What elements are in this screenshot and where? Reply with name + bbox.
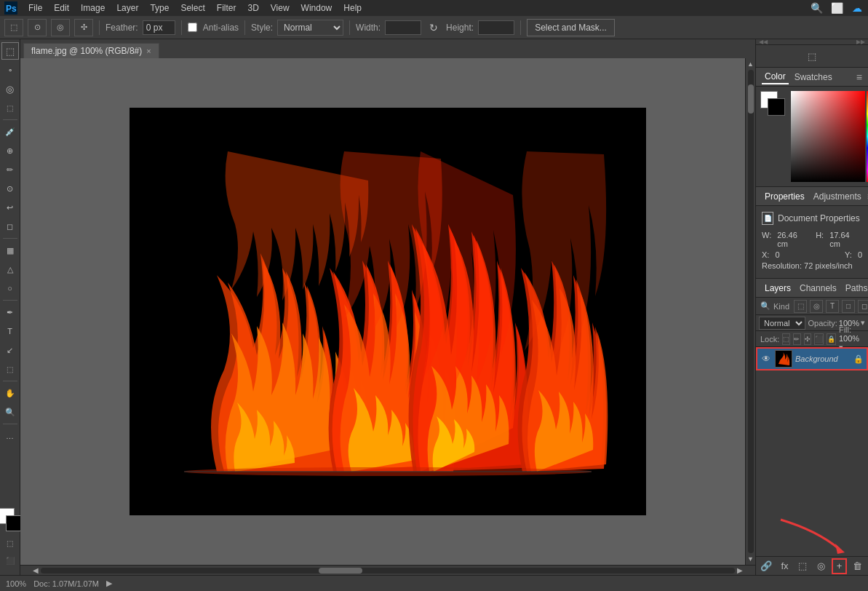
marquee-rect-option[interactable]: ⬚: [4, 19, 23, 36]
menu-layer[interactable]: Layer: [111, 1, 143, 15]
blend-mode-select[interactable]: Normal: [759, 317, 805, 330]
menu-help[interactable]: Help: [338, 1, 367, 15]
horizontal-scrollbar[interactable]: ◀ ▶: [20, 565, 755, 575]
properties-content: 📄 Document Properties W: 26.46 cm H: 17.…: [756, 206, 868, 278]
close-tab-icon[interactable]: ×: [146, 47, 151, 55]
collapse-left-icon: ◀◀: [759, 39, 768, 45]
tool-shape[interactable]: ⬚: [1, 360, 19, 378]
lock-position-btn[interactable]: ✣: [804, 333, 811, 345]
filter-pixel-icon[interactable]: ⬚: [794, 300, 807, 313]
options-bar: ⬚ ⊙ ◎ ✣ Feather: Anti-alias Style: Norma…: [0, 16, 868, 39]
tool-eyedropper[interactable]: 💉: [1, 123, 19, 140]
tool-crop[interactable]: ⬚: [1, 99, 19, 116]
menu-file[interactable]: File: [23, 1, 47, 15]
tool-dodge[interactable]: ○: [1, 279, 19, 297]
filter-shape-icon[interactable]: □: [842, 300, 855, 313]
canvas-container[interactable]: ▲ ▼: [20, 58, 755, 565]
tool-gradient[interactable]: ▦: [1, 242, 19, 259]
feather-input[interactable]: [143, 20, 175, 35]
lock-transparent-btn[interactable]: ⬚: [782, 333, 790, 345]
right-icon-bar: ⬚: [756, 45, 868, 68]
width-input[interactable]: [385, 20, 421, 35]
new-layer-btn[interactable]: +: [832, 558, 847, 574]
marquee-magic-option[interactable]: ✣: [74, 19, 93, 36]
tool-lasso[interactable]: ◎: [1, 80, 19, 98]
layer-lock-icon: 🔒: [853, 354, 864, 364]
marquee-ellipse-option[interactable]: ⊙: [28, 19, 47, 36]
tab-adjustments[interactable]: Adjustments: [811, 190, 864, 203]
layer-row-background[interactable]: 👁 Background 🔒: [756, 347, 868, 370]
tool-path-selection[interactable]: ↙: [1, 341, 19, 359]
tool-more[interactable]: …: [1, 427, 19, 445]
color-panel-menu-icon[interactable]: ≡: [856, 71, 862, 83]
tab-paths[interactable]: Paths: [843, 282, 868, 295]
filter-smartobj-icon[interactable]: ◻: [858, 300, 868, 313]
tool-marquee-rect[interactable]: ⬚: [1, 42, 19, 60]
status-arrow-icon[interactable]: ▶: [106, 579, 112, 588]
filter-adjustment-icon[interactable]: ◎: [810, 300, 823, 313]
quick-mask-btn[interactable]: ⬚: [1, 534, 19, 552]
swap-dimensions-icon[interactable]: ↻: [426, 20, 442, 36]
cloud-icon[interactable]: ☁: [849, 0, 865, 16]
menu-image[interactable]: Image: [76, 1, 110, 15]
menu-filter[interactable]: Filter: [212, 1, 242, 15]
tool-brush[interactable]: ✏: [1, 161, 19, 178]
tab-properties[interactable]: Properties: [762, 190, 808, 203]
tool-healing[interactable]: ⊕: [1, 142, 19, 159]
select-and-mask-button[interactable]: Select and Mask...: [527, 19, 615, 36]
delete-layer-btn[interactable]: 🗑: [850, 558, 865, 574]
anti-alias-checkbox[interactable]: [188, 23, 197, 32]
vertical-scrollbar[interactable]: ▲ ▼: [745, 58, 755, 565]
menu-window[interactable]: Window: [296, 1, 338, 15]
filter-type-icon[interactable]: T: [826, 300, 839, 313]
tool-blur[interactable]: △: [1, 261, 19, 278]
layer-visibility-icon[interactable]: 👁: [760, 353, 772, 365]
color-gradient-container[interactable]: [791, 91, 868, 182]
tool-type[interactable]: T: [1, 322, 19, 340]
background-swatch[interactable]: [768, 98, 785, 116]
marquee-lasso-option[interactable]: ◎: [51, 19, 70, 36]
scroll-thumb-horizontal[interactable]: [319, 568, 362, 574]
scroll-left-arrow[interactable]: ◀: [31, 566, 41, 576]
scroll-thumb-vertical[interactable]: [748, 84, 754, 114]
menu-3d[interactable]: 3D: [242, 1, 263, 15]
menu-view[interactable]: View: [266, 1, 295, 15]
tool-hand[interactable]: ✋: [1, 384, 19, 402]
document-tab[interactable]: flame.jpg @ 100% (RGB/8#) ×: [23, 43, 159, 58]
search-icon[interactable]: 🔍: [808, 0, 824, 16]
scroll-up-arrow[interactable]: ▲: [746, 60, 755, 68]
menu-select[interactable]: Select: [175, 1, 210, 15]
lock-all-btn[interactable]: 🔒: [827, 333, 836, 345]
properties-panel-header: Properties Adjustments ≡: [756, 187, 868, 206]
tool-zoom[interactable]: 🔍: [1, 403, 19, 421]
tab-channels[interactable]: Channels: [797, 282, 840, 295]
menu-edit[interactable]: Edit: [49, 1, 74, 15]
tab-swatches[interactable]: Swatches: [792, 71, 835, 84]
tab-title: flame.jpg @ 100% (RGB/8#): [31, 46, 142, 56]
background-color[interactable]: [6, 515, 22, 531]
height-input[interactable]: [478, 20, 514, 35]
add-mask-btn[interactable]: ⬚: [795, 558, 811, 574]
menu-type[interactable]: Type: [145, 1, 174, 15]
lock-paint-btn[interactable]: ✏: [793, 333, 800, 345]
scroll-right-arrow[interactable]: ▶: [735, 566, 745, 576]
color-gradient[interactable]: [791, 91, 865, 182]
tab-layers[interactable]: Layers: [762, 282, 794, 295]
fg-bg-color-selector: [760, 91, 785, 116]
arrange-windows-icon[interactable]: ⬜: [829, 0, 845, 16]
screen-mode-btn[interactable]: ⬛: [1, 552, 19, 569]
style-select[interactable]: Normal Fixed Ratio Fixed Size: [277, 20, 343, 36]
tab-color[interactable]: Color: [762, 70, 789, 84]
tool-history-brush[interactable]: ↩: [1, 199, 19, 216]
lock-artboard-btn[interactable]: ⬛: [814, 333, 824, 345]
add-style-btn[interactable]: fx: [777, 558, 792, 574]
scroll-down-arrow[interactable]: ▼: [746, 555, 755, 563]
tool-marquee-ellipse[interactable]: ⚬: [1, 61, 19, 79]
new-fill-layer-btn[interactable]: ◎: [813, 558, 829, 574]
link-layers-btn[interactable]: 🔗: [759, 558, 774, 574]
tool-clone[interactable]: ⊙: [1, 180, 19, 197]
panels-icon[interactable]: ⬚: [804, 48, 820, 64]
tool-pen[interactable]: ✒: [1, 304, 19, 321]
tool-eraser[interactable]: ◻: [1, 218, 19, 235]
color-panel-body: [756, 87, 868, 186]
